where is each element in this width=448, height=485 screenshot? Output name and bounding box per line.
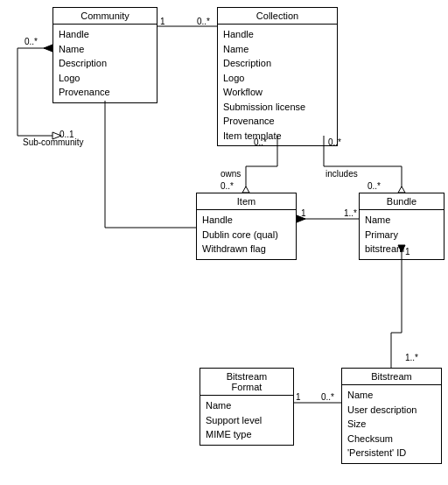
bitstreamformat-title: Bitstream Format bbox=[200, 369, 293, 396]
bundle-bitstream-mult-top: 1 bbox=[405, 247, 410, 257]
bf-b-mult-left: 1 bbox=[296, 392, 301, 402]
item-box: Item Handle Dublin core (qual) Withdrawn… bbox=[196, 193, 297, 260]
item-bundle-mult-left: 1 bbox=[301, 208, 306, 218]
svg-marker-15 bbox=[242, 186, 249, 193]
sub-community-label: Sub-community bbox=[23, 137, 83, 147]
svg-marker-10 bbox=[44, 45, 52, 52]
bundle-title: Bundle bbox=[360, 193, 444, 210]
bundle-attrs: Name Primary bitstream bbox=[360, 210, 444, 259]
collection-title: Collection bbox=[218, 8, 337, 25]
collection-box: Collection Handle Name Description Logo … bbox=[217, 7, 338, 146]
comm-coll-mult-right: 0..* bbox=[197, 17, 210, 26]
owns-top-mult: 0..* bbox=[254, 137, 267, 147]
community-self-mult-bottom: 0..1 bbox=[60, 130, 74, 139]
bf-b-mult-right: 0..* bbox=[321, 392, 334, 402]
bitstream-title: Bitstream bbox=[342, 369, 441, 385]
bitstreamformat-attrs: Name Support level MIME type bbox=[200, 396, 293, 445]
diagram: Community Handle Name Description Logo P… bbox=[0, 0, 448, 485]
bundle-box: Bundle Name Primary bitstream bbox=[359, 193, 444, 260]
community-title: Community bbox=[53, 8, 157, 25]
bitstream-attrs: Name User description Size Checksum 'Per… bbox=[342, 385, 441, 463]
bundle-bitstream-mult-bottom: 1..* bbox=[405, 353, 418, 362]
includes-top-mult: 0..* bbox=[328, 137, 341, 147]
bitstream-box: Bitstream Name User description Size Che… bbox=[341, 368, 442, 464]
includes-bottom-mult: 0..* bbox=[368, 181, 381, 191]
comm-coll-mult-left: 1 bbox=[160, 17, 165, 26]
owns-label: owns bbox=[220, 169, 241, 179]
community-self-mult-top: 0..* bbox=[24, 37, 38, 46]
item-bundle-mult-right: 1..* bbox=[344, 208, 357, 218]
community-attrs: Handle Name Description Logo Provenance bbox=[53, 25, 157, 102]
includes-label: includes bbox=[326, 169, 358, 179]
item-attrs: Handle Dublin core (qual) Withdrawn flag bbox=[197, 210, 296, 259]
item-title: Item bbox=[197, 193, 296, 210]
collection-attrs: Handle Name Description Logo Workflow Su… bbox=[218, 25, 337, 145]
svg-marker-19 bbox=[398, 186, 405, 193]
community-box: Community Handle Name Description Logo P… bbox=[52, 7, 158, 103]
bitstreamformat-box: Bitstream Format Name Support level MIME… bbox=[200, 368, 294, 446]
owns-bottom-mult: 0..* bbox=[220, 181, 234, 191]
